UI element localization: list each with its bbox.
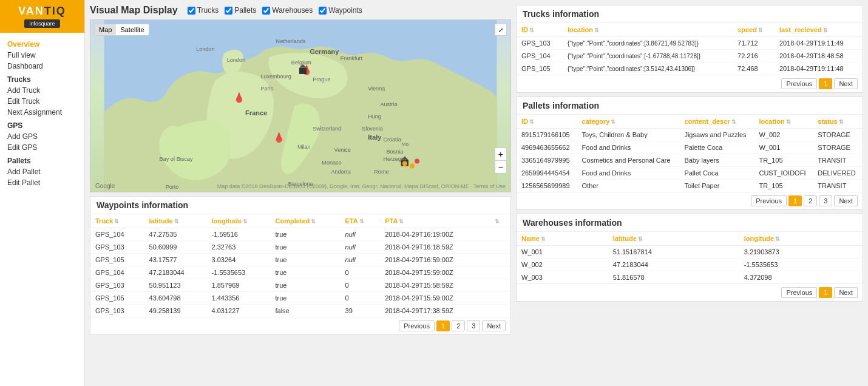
sidebar-item-edit-pallet[interactable]: Edit Pallet <box>7 177 77 188</box>
sidebar-item-add-truck[interactable]: Add Truck <box>7 85 77 96</box>
warehouses-col-name: Name⇅ <box>517 232 608 246</box>
cell-truck: GPS_104 <box>90 266 144 279</box>
zoom-in-button[interactable]: + <box>495 148 506 161</box>
visual-map-header: Visual Map Display Trucks Pallets Wareho… <box>90 5 511 16</box>
map-expand-button[interactable]: ⤢ <box>495 24 507 36</box>
waypoints-page-3-btn[interactable]: 3 <box>467 320 480 331</box>
cell-status: TRANSIT <box>813 154 863 167</box>
col-pta: PTA⇅ <box>380 214 489 228</box>
warehouses-page-1-btn[interactable]: 1 <box>819 287 832 298</box>
trucks-next-btn[interactable]: Next <box>834 78 858 89</box>
cell-name: W_002 <box>517 259 608 271</box>
svg-text:Vienna: Vienna <box>368 86 385 92</box>
cell-completed: true <box>270 279 340 292</box>
trucks-page-1-btn[interactable]: 1 <box>819 78 832 89</box>
cell-pta: 2018-04-29T15:59:00Z <box>380 266 489 279</box>
cell-speed: 72.216 <box>733 50 775 63</box>
pallets-col-category: category⇅ <box>577 115 680 129</box>
main-content: Visual Map Display Trucks Pallets Wareho… <box>85 0 868 386</box>
warehouses-next-btn[interactable]: Next <box>834 287 858 298</box>
cell-id: 3365164979995 <box>517 154 577 167</box>
cell-location: W_001 <box>754 141 813 154</box>
sidebar-item-add-gps[interactable]: Add GPS <box>7 131 77 142</box>
table-row: W_001 51.15167814 3.21903873 <box>517 246 863 259</box>
cell-content: Pallet Coca <box>679 167 754 180</box>
cell-location: TR_105 <box>754 180 813 192</box>
cell-actions <box>489 228 510 241</box>
cell-latitude: 51.816578 <box>608 271 739 284</box>
svg-text:Belgium: Belgium <box>291 59 311 66</box>
cell-location: W_002 <box>754 129 813 141</box>
trucks-table-wrap: ID⇅ location⇅ speed⇅ last_recieved⇅ GPS_… <box>517 23 863 75</box>
table-row: 8915179166105 Toys, Children & Baby Jigs… <box>517 129 863 141</box>
sidebar-item-edit-truck[interactable]: Edit Truck <box>7 96 77 107</box>
cell-eta: 0 <box>341 292 381 305</box>
svg-text:Mo.: Mo. <box>402 141 410 147</box>
cell-id: 2659994445454 <box>517 167 577 180</box>
svg-text:Italy: Italy <box>368 134 382 141</box>
zoom-out-button[interactable]: − <box>495 161 506 173</box>
svg-text:Monaco: Monaco <box>322 160 341 166</box>
waypoints-page-1-btn[interactable]: 1 <box>436 320 450 331</box>
pallets-page-1-btn[interactable]: 1 <box>788 195 802 206</box>
sidebar-item-fullview[interactable]: Full view <box>7 50 77 61</box>
svg-text:Herzego.: Herzego. <box>383 156 405 162</box>
waypoints-page-2-btn[interactable]: 2 <box>452 320 465 331</box>
cell-id: 1256565699989 <box>517 180 577 192</box>
pallets-page-3-btn[interactable]: 3 <box>819 195 832 206</box>
trucks-info-section: Trucks information ID⇅ location⇅ speed⇅ … <box>516 5 863 93</box>
cell-category: Food and Drinks <box>577 167 680 180</box>
cell-latitude: 50.60999 <box>144 241 207 254</box>
cell-eta: 0 <box>341 279 381 292</box>
pallets-page-2-btn[interactable]: 2 <box>804 195 817 206</box>
cell-longitude: 2.32763 <box>207 241 271 254</box>
vantiq-logo: VANTIQ <box>18 5 66 18</box>
cell-content: Baby layers <box>679 154 754 167</box>
logo-area: VANTIQ infosquare <box>0 0 84 33</box>
pallets-prev-btn[interactable]: Previous <box>751 195 787 206</box>
cell-pta: 2018-04-29T16:59:00Z <box>380 254 489 266</box>
cell-category: Cosmetics and Personal Care <box>577 154 680 167</box>
map-tab-map[interactable]: Map <box>95 24 116 35</box>
sidebar-item-overview[interactable]: Overview <box>7 39 77 50</box>
svg-text:London: London <box>227 57 245 63</box>
waypoints-checkbox[interactable] <box>319 7 327 15</box>
sidebar-item-edit-gps[interactable]: Edit GPS <box>7 142 77 153</box>
cell-truck: GPS_105 <box>90 292 144 305</box>
filter-waypoints[interactable]: Waypoints <box>319 6 362 15</box>
map-container[interactable]: Germany France Italy Netherlands Belgium… <box>90 19 511 192</box>
trucks-prev-btn[interactable]: Previous <box>781 78 817 89</box>
cell-eta: null <box>341 241 381 254</box>
trucks-pagination: Previous 1 Next <box>517 75 863 92</box>
cell-actions <box>489 292 510 305</box>
filter-trucks[interactable]: Trucks <box>188 6 219 15</box>
warehouses-checkbox[interactable] <box>262 7 270 15</box>
sidebar-item-dashboard[interactable]: Dashboard <box>7 61 77 72</box>
cell-eta: 39 <box>341 305 381 317</box>
svg-text:Prague: Prague <box>313 76 330 83</box>
warehouses-info-title: Warehouses information <box>517 214 863 232</box>
filter-pallets[interactable]: Pallets <box>225 6 256 15</box>
cell-status: TRANSIT <box>813 180 863 192</box>
svg-text:Germany: Germany <box>310 48 339 55</box>
cell-location: {"type":"Point","coordinates":[3.5142,43… <box>563 63 733 75</box>
waypoints-prev-btn[interactable]: Previous <box>399 320 435 331</box>
filter-warehouses[interactable]: Warehouses <box>262 6 313 15</box>
cell-actions <box>489 241 510 254</box>
cell-pta: 2018-04-29T15:59:00Z <box>380 292 489 305</box>
sidebar-item-add-pallet[interactable]: Add Pallet <box>7 166 77 177</box>
sidebar-item-next-assignment[interactable]: Next Assignment <box>7 107 77 118</box>
cell-latitude: 47.2183044 <box>608 259 739 271</box>
pallets-next-btn[interactable]: Next <box>834 195 858 206</box>
table-row: 2659994445454 Food and Drinks Pallet Coc… <box>517 167 863 180</box>
waypoints-next-btn[interactable]: Next <box>482 320 506 331</box>
pallets-checkbox[interactable] <box>225 7 232 15</box>
table-row: GPS_105 43.604798 1.443356 true 0 2018-0… <box>90 292 510 305</box>
warehouses-prev-btn[interactable]: Previous <box>781 287 817 298</box>
cell-content: Jigsaws and Puzzles <box>679 129 754 141</box>
svg-text:Netherlands: Netherlands <box>276 38 306 44</box>
map-tab-satellite[interactable]: Satellite <box>116 24 148 35</box>
warehouses-col-longitude: longitude⇅ <box>739 232 863 246</box>
trucks-checkbox[interactable] <box>188 7 195 15</box>
cell-category: Food and Drinks <box>577 141 680 154</box>
